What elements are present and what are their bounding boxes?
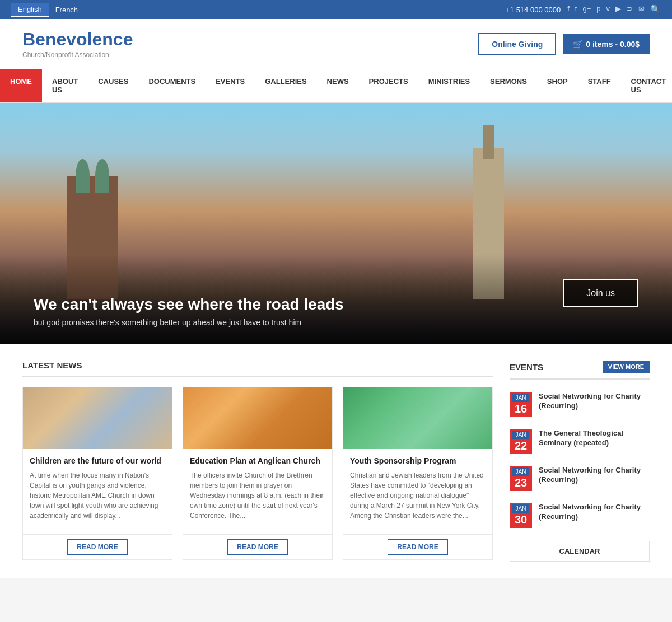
news-title-3: Youth Sponsorship Program: [350, 456, 486, 466]
event-name-3[interactable]: Social Networking for Charity (Recurring…: [539, 466, 650, 485]
event-date-3: JAN 23: [510, 466, 532, 491]
news-text-2: The officers invite Church of the Brethr…: [190, 470, 325, 521]
search-icon[interactable]: 🔍: [650, 4, 661, 15]
hero-overlay: We can't always see where the road leads…: [0, 254, 672, 344]
calendar-button[interactable]: CALENDAR: [510, 541, 650, 562]
hero-title: We can't always see where the road leads: [34, 296, 344, 314]
pinterest-icon[interactable]: p: [596, 4, 600, 15]
news-card-2: Education Plan at Anglican Church The of…: [183, 387, 333, 560]
hero-subtitle: but god promises there's something bette…: [34, 318, 344, 327]
event-day-1: 16: [515, 403, 527, 415]
event-info-3: Social Networking for Charity (Recurring…: [539, 466, 650, 485]
nav-staff[interactable]: STAFF: [578, 69, 621, 102]
news-card-3: Youth Sponsorship Program Christian and …: [343, 387, 493, 560]
event-month-1: JAN: [512, 394, 529, 402]
language-switcher: English French: [11, 3, 85, 17]
nav-news[interactable]: NEWS: [317, 69, 359, 102]
nav-galleries[interactable]: GALLERIES: [255, 69, 316, 102]
logo-subtitle: Church/Nonprofit Association: [22, 51, 133, 59]
event-item-4: JAN 30 Social Networking for Charity (Re…: [510, 497, 650, 534]
join-us-button[interactable]: Join us: [563, 279, 638, 307]
event-day-3: 23: [515, 476, 527, 489]
event-date-1: JAN 16: [510, 392, 532, 417]
nav-events[interactable]: EVENTS: [206, 69, 255, 102]
googleplus-icon[interactable]: g+: [582, 4, 591, 15]
event-name-1[interactable]: Social Networking for Charity (Recurring…: [539, 392, 650, 411]
top-right: +1 514 000 0000 f t g+ p v ▶ ⊃ ✉ 🔍: [506, 4, 661, 15]
news-image-2: [183, 387, 332, 449]
news-body-1: Children are the future of our world At …: [23, 449, 172, 534]
event-month-4: JAN: [512, 504, 529, 513]
event-month-2: JAN: [512, 431, 529, 439]
event-date-4: JAN 30: [510, 503, 532, 528]
view-more-button[interactable]: VIEW MORE: [603, 361, 650, 373]
event-day-2: 22: [515, 439, 527, 452]
cart-label: 0 items - 0.00$: [586, 40, 640, 49]
events-sidebar: EVENTS VIEW MORE JAN 16 Social Networkin…: [510, 361, 650, 562]
latest-news-title: LATEST NEWS: [22, 361, 493, 377]
header: Benevolence Church/Nonprofit Association…: [0, 19, 672, 69]
nav-sermons[interactable]: SERMONS: [480, 69, 537, 102]
news-body-3: Youth Sponsorship Program Christian and …: [343, 449, 492, 534]
news-title-1: Children are the future of our world: [30, 456, 165, 466]
event-month-3: JAN: [512, 467, 529, 476]
event-item-3: JAN 23 Social Networking for Charity (Re…: [510, 460, 650, 497]
events-header: EVENTS VIEW MORE: [510, 361, 650, 380]
news-footer-1: READ MORE: [23, 534, 172, 559]
news-body-2: Education Plan at Anglican Church The of…: [183, 449, 332, 534]
vimeo-icon[interactable]: v: [606, 4, 610, 15]
email-icon[interactable]: ✉: [638, 4, 645, 15]
lang-english[interactable]: English: [11, 3, 49, 17]
news-footer-2: READ MORE: [183, 534, 332, 559]
logo-title[interactable]: Benevolence: [22, 29, 133, 50]
hero-section: We can't always see where the road leads…: [0, 103, 672, 344]
read-more-button-1[interactable]: READ MORE: [67, 539, 127, 555]
event-info-4: Social Networking for Charity (Recurring…: [539, 503, 650, 522]
lang-french[interactable]: French: [49, 3, 85, 17]
nav-causes[interactable]: CAUSES: [88, 69, 138, 102]
news-card-1: Children are the future of our world At …: [22, 387, 172, 560]
cart-icon: 🛒: [573, 40, 582, 49]
news-image-1: [23, 387, 172, 449]
content-area: LATEST NEWS Children are the future of o…: [0, 344, 672, 578]
main-nav: HOME ABOUT US CAUSES DOCUMENTS EVENTS GA…: [0, 69, 672, 103]
nav-projects[interactable]: PROJECTS: [359, 69, 418, 102]
hero-text: We can't always see where the road leads…: [34, 296, 344, 327]
nav-documents[interactable]: DOCUMENTS: [138, 69, 206, 102]
event-date-2: JAN 22: [510, 429, 532, 454]
news-footer-3: READ MORE: [343, 534, 492, 559]
social-icons: f t g+ p v ▶ ⊃ ✉ 🔍: [567, 4, 661, 15]
events-title: EVENTS: [510, 362, 543, 372]
event-item-1: JAN 16 Social Networking for Charity (Re…: [510, 386, 650, 423]
event-info-1: Social Networking for Charity (Recurring…: [539, 392, 650, 411]
event-name-4[interactable]: Social Networking for Charity (Recurring…: [539, 503, 650, 522]
youtube-icon[interactable]: ▶: [615, 4, 621, 15]
nav-contact-us[interactable]: CONTACT US: [621, 69, 672, 102]
nav-ministries[interactable]: MINISTRIES: [418, 69, 480, 102]
news-image-3: [343, 387, 492, 449]
nav-about-us[interactable]: ABOUT US: [42, 69, 88, 102]
cart-button[interactable]: 🛒 0 items - 0.00$: [563, 34, 650, 54]
twitter-icon[interactable]: t: [575, 4, 577, 15]
online-giving-button[interactable]: Online Giving: [478, 33, 556, 55]
read-more-button-3[interactable]: READ MORE: [388, 539, 447, 555]
latest-news-section: LATEST NEWS Children are the future of o…: [22, 361, 493, 562]
event-day-4: 30: [515, 513, 527, 526]
news-text-3: Christian and Jewish leaders from the Un…: [350, 470, 486, 521]
top-bar: English French +1 514 000 0000 f t g+ p …: [0, 0, 672, 19]
news-title-2: Education Plan at Anglican Church: [190, 456, 325, 466]
phone-number: +1 514 000 0000: [506, 6, 561, 14]
event-info-2: The General Theological Seminary (repeat…: [539, 429, 650, 448]
news-grid: Children are the future of our world At …: [22, 387, 493, 560]
news-text-1: At time when the focus many in Nation's …: [30, 470, 165, 521]
logo-area: Benevolence Church/Nonprofit Association: [22, 29, 133, 59]
rss-icon[interactable]: ⊃: [627, 4, 633, 15]
nav-home[interactable]: HOME: [0, 69, 42, 102]
header-actions: Online Giving 🛒 0 items - 0.00$: [478, 33, 650, 55]
read-more-button-2[interactable]: READ MORE: [227, 539, 287, 555]
facebook-icon[interactable]: f: [567, 4, 570, 15]
event-item-2: JAN 22 The General Theological Seminary …: [510, 423, 650, 460]
event-name-2[interactable]: The General Theological Seminary (repeat…: [539, 429, 650, 448]
nav-shop[interactable]: SHOP: [537, 69, 578, 102]
